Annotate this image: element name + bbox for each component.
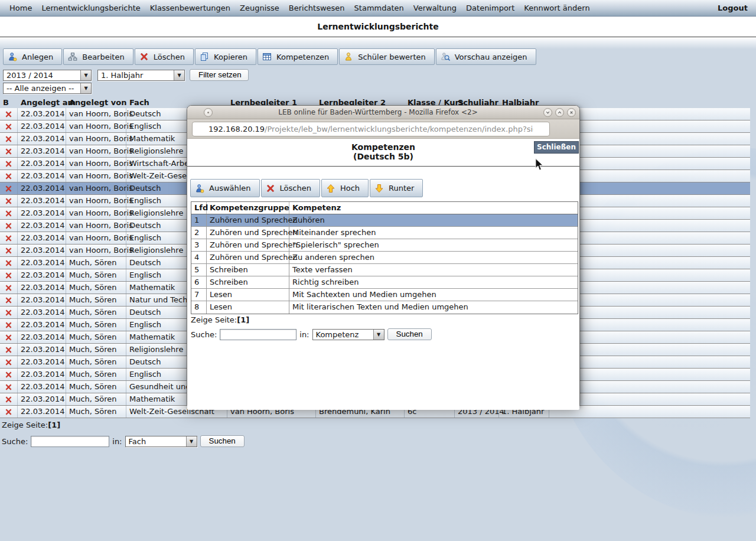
url-input[interactable]: 192.168.20.19/Projekte/leb_bw/lernentwic… — [192, 122, 550, 136]
toolbar-l-schen-button[interactable]: Löschen — [135, 48, 194, 65]
popup-page-indicator-value[interactable]: [1] — [237, 315, 249, 324]
kompetenz-row[interactable]: 4Zuhören und SprechenZu anderen sprechen — [191, 252, 578, 264]
table-cell: 22.03.2014 — [18, 369, 66, 380]
toolbar-vorschau-anzeigen-button[interactable]: Vorschau anzeigen — [436, 48, 536, 65]
delete-x-icon[interactable] — [5, 185, 12, 193]
delete-x-icon[interactable] — [5, 396, 12, 403]
delete-x-icon[interactable] — [5, 272, 12, 279]
table-cell: Much, Sören — [66, 393, 126, 405]
schliessen-button[interactable]: Schließen — [534, 141, 579, 154]
nav-item-kennwort-ndern[interactable]: Kennwort ändern — [519, 4, 594, 12]
delete-x-icon[interactable] — [5, 334, 12, 341]
delete-x-icon[interactable] — [5, 172, 12, 180]
bookmark-star-icon[interactable] — [537, 125, 546, 133]
toolbar-kopieren-button[interactable]: Kopieren — [195, 48, 256, 65]
delete-x-icon[interactable] — [5, 259, 12, 267]
popup-toolbar-l-schen-button[interactable]: Löschen — [261, 179, 320, 197]
delete-x-icon[interactable] — [5, 234, 12, 242]
kompetenz-row[interactable]: 3Zuhören und Sprechen"Spielerisch" sprec… — [191, 239, 578, 252]
search-label: Suche: — [2, 437, 28, 446]
toolbar-kompetenzen-button[interactable]: Kompetenzen — [258, 48, 338, 65]
delete-x-icon[interactable] — [5, 346, 12, 354]
table-cell: Much, Sören — [66, 282, 126, 294]
table-cell: van Hoorn, Boris — [66, 195, 126, 207]
popup-toolbar-ausw-hlen-button[interactable]: Auswählen — [190, 179, 260, 197]
chevron-down-icon[interactable] — [568, 125, 575, 132]
delete-x-icon[interactable] — [5, 123, 12, 131]
popup-toolbar-runter-button[interactable]: Runter — [370, 179, 423, 197]
table-cell: 22.03.2014 — [18, 269, 66, 281]
delete-x-icon[interactable] — [5, 135, 12, 143]
nav-item-home[interactable]: Home — [5, 4, 37, 12]
window-maximize-icon[interactable] — [555, 108, 564, 117]
kompetenz-cell: Zu anderen sprechen — [289, 252, 578, 263]
delete-x-icon[interactable] — [5, 110, 12, 118]
nav-item-verwaltung[interactable]: Verwaltung — [409, 4, 461, 12]
delete-x-icon[interactable] — [5, 222, 12, 230]
popup-search-input[interactable] — [220, 329, 296, 340]
popup-titlebar[interactable]: LEB online für Baden-Württemberg - Mozil… — [187, 106, 579, 119]
window-minimize-icon[interactable] — [543, 108, 552, 117]
fly-addon-icon[interactable] — [554, 124, 563, 133]
kompetenz-cell: Miteinander sprechen — [289, 227, 578, 239]
table-cell: 22.03.2014 — [18, 120, 66, 132]
kompetenz-cell: Zuhören und Sprechen — [207, 239, 289, 251]
schoolyear-select[interactable]: 2013 / 2014 ▼ — [3, 70, 92, 81]
page-indicator-value[interactable]: [1] — [48, 421, 60, 429]
toolbar-anlegen-button[interactable]: Anlegen — [3, 48, 62, 65]
delete-x-icon[interactable] — [5, 296, 12, 304]
show-all-select[interactable]: -- Alle anzeigen -- ▼ — [3, 83, 92, 94]
search-bar: Suche: in: Fach ▼ Suchen — [2, 435, 245, 447]
arrow-down-icon — [374, 184, 384, 193]
table-cell: 22.03.2014 — [18, 108, 66, 120]
delete-cell — [0, 356, 18, 368]
add-person-icon — [195, 184, 204, 193]
search-input[interactable] — [31, 436, 109, 447]
nav-item-logout[interactable]: Logout — [718, 4, 748, 12]
delete-x-icon[interactable] — [5, 160, 12, 168]
popup-search-field-select[interactable]: Kompetenz ▼ — [312, 329, 384, 340]
nav-item-klassenbewertungen[interactable]: Klassenbewertungen — [145, 4, 235, 12]
popup-search-button[interactable]: Suchen — [387, 328, 432, 340]
kompetenz-cell: 7 — [191, 289, 207, 301]
window-close-icon[interactable] — [567, 108, 576, 117]
kompetenz-row[interactable]: 2Zuhören und SprechenMiteinander spreche… — [191, 227, 578, 239]
search-field-select[interactable]: Fach ▼ — [125, 436, 197, 447]
nav-item-lernentwicklungsberichte[interactable]: Lernentwicklungsberichte — [37, 4, 145, 12]
nav-item-stammdaten[interactable]: Stammdaten — [350, 4, 409, 12]
delete-cell — [0, 269, 18, 281]
toolbar-kopieren-label: Kopieren — [214, 53, 247, 61]
table-cell: 22.03.2014 — [18, 282, 66, 294]
search-button[interactable]: Suchen — [200, 435, 245, 447]
delete-x-icon[interactable] — [5, 408, 12, 416]
delete-x-icon[interactable] — [5, 321, 12, 329]
nav-item-datenimport[interactable]: Datenimport — [461, 4, 519, 12]
delete-x-icon[interactable] — [5, 309, 12, 317]
toolbar-bearbeiten-button[interactable]: Bearbeiten — [63, 48, 133, 65]
kompetenz-row[interactable]: 7LesenMit Sachtexten und Medien umgehen — [191, 289, 578, 301]
nav-item-zeugnisse[interactable]: Zeugnisse — [235, 4, 284, 12]
delete-x-icon[interactable] — [5, 247, 12, 255]
kompetenz-row[interactable]: 1Zuhören und SprechenZuhören — [191, 214, 578, 227]
delete-x-icon[interactable] — [5, 284, 12, 292]
halbjahr-select[interactable]: 1. Halbjahr ▼ — [97, 70, 185, 81]
kompetenz-row[interactable]: 8LesenMit literarischen Texten und Medie… — [191, 301, 578, 314]
delete-x-icon[interactable] — [5, 197, 12, 205]
table-cell: Much, Sören — [66, 307, 126, 318]
delete-cell — [0, 195, 18, 207]
table-cell: van Hoorn, Boris — [66, 245, 126, 256]
filter-setzen-button[interactable]: Filter setzen — [190, 69, 249, 81]
delete-x-icon[interactable] — [5, 371, 12, 379]
kompetenz-row[interactable]: 5SchreibenTexte verfassen — [191, 264, 578, 276]
delete-x-icon[interactable] — [5, 210, 12, 217]
popup-toolbar-hoch-button[interactable]: Hoch — [321, 179, 369, 197]
nav-item-berichtswesen[interactable]: Berichtswesen — [284, 4, 350, 12]
delete-cell — [0, 257, 18, 269]
toolbar-sch-ler-bewerten-button[interactable]: Schüler bewerten — [339, 48, 435, 65]
delete-x-icon[interactable] — [5, 383, 12, 391]
delete-cell — [0, 220, 18, 232]
window-menu-button[interactable] — [204, 108, 213, 117]
kompetenz-row[interactable]: 6SchreibenRichtig schreiben — [191, 276, 578, 289]
delete-x-icon[interactable] — [5, 148, 12, 155]
delete-x-icon[interactable] — [5, 359, 12, 366]
